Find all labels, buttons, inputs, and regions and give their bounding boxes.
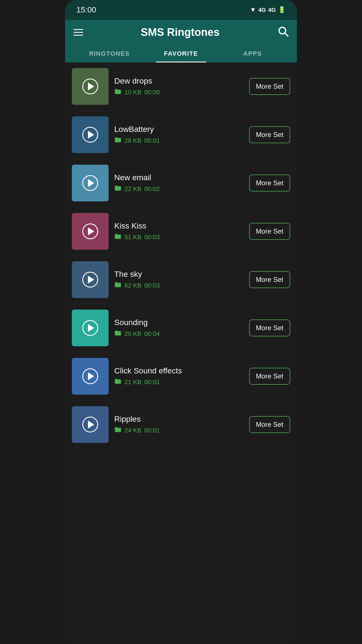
ringtone-thumbnail[interactable] [72, 358, 109, 395]
list-item: LowBattery 28 KB 00:01 More Set [65, 111, 297, 159]
ringtone-thumbnail[interactable] [72, 116, 109, 153]
tab-ringtones[interactable]: RINGTONES [74, 45, 145, 62]
ringtone-list: Dew drops 10 KB 00:00 More Set LowBatter… [65, 62, 297, 644]
play-icon [88, 82, 94, 90]
ringtone-info: New email 22 KB 00:02 [114, 173, 244, 193]
ringtone-info: LowBattery 28 KB 00:01 [114, 125, 244, 145]
list-item: Dew drops 10 KB 00:00 More Set [65, 62, 297, 111]
ringtone-thumbnail[interactable] [72, 310, 109, 346]
ringtone-size: 62 KB [124, 282, 141, 289]
list-item: Sounding 20 KB 00:04 More Set [65, 304, 297, 352]
ringtone-info: Dew drops 10 KB 00:00 [114, 77, 244, 96]
ringtone-duration: 00:03 [144, 282, 160, 289]
play-icon [88, 131, 94, 139]
ringtone-thumbnail[interactable] [72, 68, 109, 105]
ringtone-name: New email [114, 173, 244, 182]
ringtone-duration: 00:03 [144, 234, 160, 241]
ringtone-thumbnail[interactable] [72, 406, 109, 443]
ringtone-info: Kiss Kiss 51 KB 00:03 [114, 221, 244, 241]
more-set-button[interactable]: More Set [249, 223, 290, 240]
play-icon [88, 227, 94, 235]
signal-4g-1x-icon: 4G [268, 7, 276, 13]
status-icons: ▼ 4G 4G 🔋 [250, 6, 286, 14]
app-title: SMS Ringtones [141, 26, 220, 38]
play-button[interactable] [82, 79, 98, 94]
ringtone-meta: 51 KB 00:03 [114, 233, 244, 241]
play-icon [88, 179, 94, 187]
folder-icon [114, 137, 122, 145]
ringtone-size: 10 KB [124, 89, 141, 96]
more-set-button[interactable]: More Set [249, 271, 290, 288]
ringtone-meta: 20 KB 00:04 [114, 330, 244, 338]
list-item: Ripples 24 KB 00:01 More Set [65, 401, 297, 449]
list-item: The sky 62 KB 00:03 More Set [65, 256, 297, 304]
play-button[interactable] [82, 223, 98, 239]
svg-point-0 [279, 27, 286, 34]
ringtone-size: 28 KB [124, 137, 141, 144]
ringtone-size: 51 KB [124, 234, 141, 241]
play-button[interactable] [82, 320, 98, 336]
list-item: Click Sound effects 21 KB 00:01 More Set [65, 352, 297, 401]
more-set-button[interactable]: More Set [249, 175, 290, 192]
list-item: New email 22 KB 00:02 More Set [65, 159, 297, 207]
play-button[interactable] [82, 368, 98, 384]
ringtone-duration: 00:00 [144, 89, 160, 96]
phone-container: 15:00 ▼ 4G 4G 🔋 SMS Ringtones [65, 0, 297, 644]
ringtone-thumbnail[interactable] [72, 165, 109, 201]
ringtone-meta: 24 KB 00:01 [114, 427, 244, 434]
status-bar: 15:00 ▼ 4G 4G 🔋 [65, 0, 297, 20]
play-button[interactable] [82, 127, 98, 143]
folder-icon [114, 427, 122, 434]
ringtone-size: 20 KB [124, 330, 141, 338]
more-set-button[interactable]: More Set [249, 416, 290, 433]
ringtone-meta: 10 KB 00:00 [114, 88, 244, 96]
header-top: SMS Ringtones [74, 25, 288, 45]
play-button[interactable] [82, 272, 98, 288]
ringtone-meta: 21 KB 00:01 [114, 378, 244, 386]
ringtone-name: LowBattery [114, 125, 244, 134]
more-set-button[interactable]: More Set [249, 319, 290, 336]
ringtone-meta: 22 KB 00:02 [114, 185, 244, 193]
ringtone-name: The sky [114, 270, 244, 279]
ringtone-name: Kiss Kiss [114, 221, 244, 230]
more-set-button[interactable]: More Set [249, 126, 290, 143]
folder-icon [114, 378, 122, 386]
ringtone-info: Click Sound effects 21 KB 00:01 [114, 366, 244, 386]
search-icon[interactable] [277, 25, 288, 39]
more-set-button[interactable]: More Set [249, 368, 290, 385]
folder-icon [114, 233, 122, 241]
ringtone-thumbnail[interactable] [72, 261, 109, 298]
menu-button[interactable] [74, 29, 83, 36]
play-button[interactable] [82, 175, 98, 191]
play-icon [88, 324, 94, 332]
ringtone-meta: 28 KB 00:01 [114, 137, 244, 145]
app-header: SMS Ringtones RINGTONES FAVORITE APPS [65, 20, 297, 62]
play-icon [88, 421, 94, 428]
folder-icon [114, 282, 122, 290]
ringtone-duration: 00:01 [144, 137, 160, 144]
battery-icon: 🔋 [278, 6, 286, 14]
tabs: RINGTONES FAVORITE APPS [74, 45, 288, 62]
status-time: 15:00 [76, 5, 96, 14]
list-item: Kiss Kiss 51 KB 00:03 More Set [65, 207, 297, 256]
ringtone-duration: 00:02 [144, 185, 160, 193]
tab-apps[interactable]: APPS [217, 45, 288, 62]
ringtone-info: Sounding 20 KB 00:04 [114, 318, 244, 338]
folder-icon [114, 185, 122, 193]
folder-icon [114, 88, 122, 96]
ringtone-info: Ripples 24 KB 00:01 [114, 415, 244, 434]
folder-icon [114, 330, 122, 338]
play-icon [88, 276, 94, 284]
ringtone-duration: 00:01 [144, 378, 160, 386]
wifi-icon: ▼ [250, 6, 256, 14]
play-button[interactable] [82, 417, 98, 432]
more-set-button[interactable]: More Set [249, 78, 290, 95]
ringtone-name: Click Sound effects [114, 366, 244, 375]
ringtone-duration: 00:04 [144, 330, 160, 338]
ringtone-size: 24 KB [124, 427, 141, 434]
ringtone-name: Ripples [114, 415, 244, 424]
ringtone-size: 21 KB [124, 378, 141, 386]
tab-favorite[interactable]: FAVORITE [145, 45, 217, 62]
ringtone-name: Dew drops [114, 77, 244, 86]
ringtone-thumbnail[interactable] [72, 213, 109, 250]
